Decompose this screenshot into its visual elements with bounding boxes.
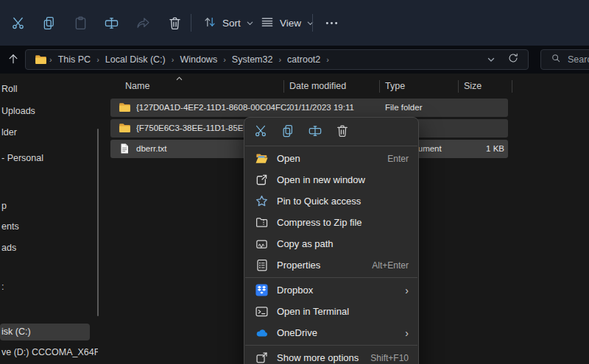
- cut-button[interactable]: [247, 121, 274, 143]
- submenu-chevron-icon: ›: [405, 328, 409, 338]
- delete-button[interactable]: [328, 121, 356, 143]
- menu-item-show-more-options[interactable]: Show more options Shift+F10: [244, 347, 418, 364]
- breadcrumb-separator: ›: [323, 55, 332, 64]
- rename-icon: [308, 124, 322, 141]
- column-divider[interactable]: [512, 80, 512, 93]
- menu-item-compress-to-zip[interactable]: Compress to Zip file: [244, 212, 418, 233]
- folder-icon: [35, 54, 46, 65]
- column-header-size[interactable]: Size: [464, 81, 482, 91]
- search-placeholder: Search: [568, 54, 589, 65]
- sidebar-item-fragment[interactable]: p: [1, 201, 7, 211]
- search-box[interactable]: Search: [540, 49, 589, 70]
- copy-button[interactable]: [36, 10, 61, 35]
- breadcrumb-separator: ›: [275, 55, 284, 64]
- share-icon: [135, 15, 151, 31]
- folder-icon: [119, 101, 130, 113]
- sidebar-item-folder[interactable]: lder: [1, 127, 17, 138]
- context-menu: Open Enter Open in new window Pin to Qui…: [244, 117, 419, 364]
- delete-icon: [335, 124, 350, 141]
- folder-open-icon: [254, 151, 269, 165]
- sidebar-item-this-pc[interactable]: :: [1, 282, 4, 292]
- delete-button[interactable]: [162, 10, 187, 35]
- sort-dropdown[interactable]: Sort: [196, 10, 261, 35]
- copy-icon: [41, 15, 57, 31]
- cut-icon: [10, 15, 26, 31]
- onedrive-icon: [254, 326, 269, 340]
- paste-button[interactable]: [68, 10, 93, 35]
- address-dropdown-button[interactable]: [482, 51, 500, 68]
- submenu-chevron-icon: ›: [405, 285, 409, 296]
- sidebar-item-camera-roll[interactable]: Roll: [1, 84, 18, 94]
- menu-shortcut: Shift+F10: [370, 353, 409, 363]
- sort-label: Sort: [222, 18, 241, 29]
- terminal-icon: [254, 304, 269, 318]
- breadcrumb-separator: ›: [220, 55, 229, 64]
- menu-item-copy-as-path[interactable]: Copy as path: [244, 233, 418, 254]
- sidebar-item-uploads[interactable]: Uploads: [1, 106, 35, 116]
- menu-item-pin-to-quick-access[interactable]: Pin to Quick access: [244, 190, 418, 212]
- copy-button[interactable]: [274, 121, 301, 143]
- sidebar-item-onedrive-personal[interactable]: - Personal: [1, 153, 43, 163]
- sidebar-item-downloads[interactable]: ads: [1, 243, 16, 253]
- menu-item-dropbox[interactable]: Dropbox ›: [244, 279, 418, 301]
- column-divider[interactable]: [379, 80, 380, 93]
- column-divider[interactable]: [283, 80, 284, 93]
- menu-item-open-in-new-window[interactable]: Open in new window: [244, 169, 418, 190]
- see-more-button[interactable]: [319, 10, 344, 35]
- breadcrumb-separator: ›: [169, 55, 177, 64]
- column-divider[interactable]: [458, 80, 459, 93]
- chevron-down-icon: [487, 55, 495, 64]
- properties-icon: [254, 258, 269, 272]
- column-header-date-modified[interactable]: Date modified: [289, 81, 346, 91]
- delete-icon: [167, 15, 183, 31]
- file-explorer-window: Sort View: [0, 0, 589, 364]
- sidebar-item-label: isk (C:): [1, 324, 31, 340]
- refresh-icon: [507, 52, 519, 67]
- menu-shortcut: Alt+Enter: [372, 260, 409, 271]
- breadcrumb-this-pc[interactable]: This PC: [55, 54, 94, 65]
- menu-divider: [245, 146, 417, 146]
- file-name: {F750E6C3-38EE-11D1-85E5-00: [136, 119, 261, 138]
- refresh-button[interactable]: [504, 51, 522, 68]
- breadcrumb-local-disk-c[interactable]: Local Disk (C:): [102, 54, 169, 65]
- column-header-name[interactable]: Name: [125, 81, 149, 91]
- menu-item-properties[interactable]: Properties Alt+Enter: [244, 254, 418, 276]
- menu-item-open[interactable]: Open Enter: [244, 148, 418, 169]
- breadcrumb-separator: ›: [46, 55, 55, 64]
- toolbar-divider: [312, 14, 313, 32]
- view-dropdown[interactable]: View: [253, 10, 321, 35]
- file-row-guid-folder-1[interactable]: {127D0A1D-4EF2-11D1-8608-00C04FC295... 0…: [110, 99, 508, 117]
- breadcrumb-windows[interactable]: Windows: [177, 54, 220, 65]
- column-header-type[interactable]: Type: [385, 81, 405, 91]
- more-options-icon: [324, 15, 339, 31]
- copy-path-icon: [254, 237, 269, 251]
- menu-shortcut: Enter: [387, 154, 409, 164]
- rename-button[interactable]: [301, 121, 328, 143]
- folder-icon: [119, 122, 130, 134]
- cut-button[interactable]: [5, 10, 30, 35]
- file-type: File folder: [385, 99, 423, 117]
- rename-button[interactable]: [99, 10, 124, 35]
- paste-icon: [73, 15, 88, 31]
- menu-item-open-in-terminal[interactable]: Open in Terminal: [244, 301, 418, 322]
- sort-ascending-indicator-icon: [175, 75, 183, 82]
- address-bar[interactable]: › This PC › Local Disk (C:) › Windows › …: [25, 49, 529, 70]
- pin-star-icon: [254, 194, 269, 208]
- file-name: {127D0A1D-4EF2-11D1-8608-00C04FC295...: [136, 99, 289, 117]
- text-file-icon: [119, 143, 130, 154]
- navigate-up-button[interactable]: [3, 50, 23, 70]
- cut-icon: [253, 124, 268, 141]
- up-arrow-icon: [7, 52, 20, 68]
- sidebar-item-local-disk-c-selected[interactable]: isk (C:): [0, 324, 90, 340]
- file-date-modified: 01/11/2023 19:11: [289, 99, 354, 117]
- sidebar-scrollbar-thumb[interactable]: [97, 129, 99, 316]
- menu-item-onedrive[interactable]: OneDrive ›: [244, 322, 418, 343]
- rename-icon: [104, 15, 119, 31]
- sidebar-item-dvd-drive-d[interactable]: ve (D:) CCCOMA_X64FRE_E: [1, 347, 98, 357]
- menu-divider: [245, 277, 417, 278]
- breadcrumb-separator: ›: [94, 55, 102, 64]
- breadcrumb-catroot2[interactable]: catroot2: [284, 54, 323, 65]
- sidebar-item-documents[interactable]: ents: [1, 221, 19, 232]
- share-button[interactable]: [130, 10, 155, 35]
- breadcrumb-system32[interactable]: System32: [229, 54, 276, 65]
